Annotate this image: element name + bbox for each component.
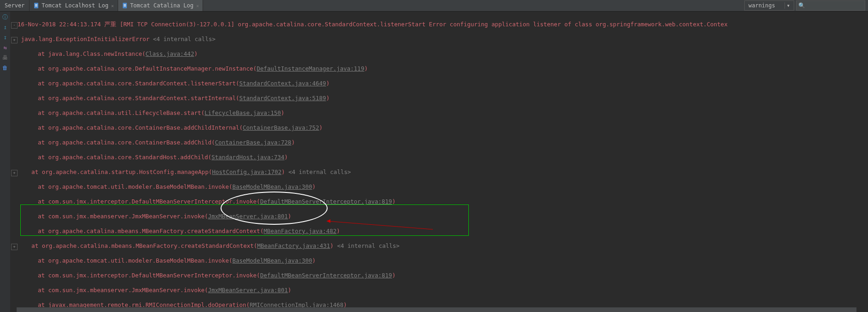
log-line: ) — [326, 80, 330, 87]
source-link[interactable]: JmxMBeanServer.java:801 — [208, 213, 288, 220]
log-line: 16-Nov-2018 22:44:13.174 严重 [RMI TCP Con… — [18, 21, 728, 28]
close-icon[interactable]: ✕ — [196, 3, 199, 8]
filter-dropdown[interactable]: warnings ▾ — [744, 0, 794, 11]
toolbar-right: warnings ▾ 🔍 — [744, 0, 868, 11]
log-line: at java.lang.Class.newInstance( — [38, 50, 145, 57]
source-link[interactable]: StandardContext.java:4649 — [239, 80, 326, 87]
log-line: at org.apache.catalina.core.ContainerBas… — [38, 124, 243, 131]
scroll-down-icon[interactable]: ↧ — [1, 34, 9, 41]
log-line: ) — [281, 109, 285, 116]
log-output[interactable]: -16-Nov-2018 22:44:13.174 严重 [RMI TCP Co… — [10, 12, 868, 312]
scroll-up-icon[interactable]: ↥ — [1, 24, 9, 31]
log-line: at org.apache.tomcat.util.modeler.BaseMo… — [38, 183, 232, 190]
log-line: at org.apache.catalina.core.DefaultInsta… — [38, 65, 257, 72]
source-link[interactable]: ContainerBase.java:752 — [243, 124, 319, 131]
fold-icon[interactable]: - — [11, 22, 18, 29]
log-line: at org.apache.catalina.core.StandardHost… — [38, 154, 211, 161]
log-line: ) — [288, 287, 292, 294]
log-line: ) — [336, 228, 340, 234]
close-icon[interactable]: ✕ — [111, 3, 114, 8]
info-icon[interactable]: ⓘ — [1, 13, 9, 21]
log-line: at org.apache.catalina.mbeans.MBeanFacto… — [38, 228, 263, 234]
tab-server[interactable]: Server — [0, 0, 30, 11]
source-link[interactable]: Class.java:442 — [145, 50, 194, 57]
source-link[interactable]: HostConfig.java:1702 — [212, 168, 281, 175]
print-icon[interactable]: 🖶 — [1, 54, 9, 61]
tab-catalina-log[interactable]: Tomcat Catalina Log ✕ — [118, 0, 203, 11]
tab-localhost-log[interactable]: Tomcat Localhost Log ✕ — [30, 0, 118, 11]
log-line: ) — [288, 213, 292, 220]
trash-icon[interactable]: 🗑 — [1, 64, 9, 72]
search-input[interactable]: 🔍 — [796, 0, 865, 11]
log-line: at org.apache.catalina.core.StandardCont… — [38, 80, 239, 87]
log-line: at org.apache.catalina.util.LifecycleBas… — [38, 109, 204, 116]
source-link[interactable]: BaseModelMBean.java:300 — [232, 183, 312, 190]
log-line: ) — [392, 272, 396, 279]
fold-icon[interactable]: + — [11, 244, 18, 250]
log-line: <4 internal calls> — [150, 36, 216, 42]
log-line: ) — [312, 183, 316, 190]
source-link[interactable]: ContainerBase.java:728 — [215, 139, 292, 146]
log-line: ) — [392, 198, 396, 205]
source-link[interactable]: MBeanFactory.java:482 — [263, 228, 336, 234]
search-icon: 🔍 — [798, 2, 805, 9]
svg-rect-3 — [35, 6, 37, 6]
scrollbar-thumb[interactable] — [17, 307, 856, 312]
log-line: ) — [326, 95, 330, 102]
source-link[interactable]: DefaultInstanceManager.java:119 — [257, 65, 364, 72]
log-line: at org.apache.tomcat.util.modeler.BaseMo… — [38, 257, 232, 264]
fold-icon[interactable]: + — [11, 37, 18, 43]
log-line: ) — [194, 50, 198, 57]
log-line: ) — [364, 65, 368, 72]
source-link[interactable]: MBeanFactory.java:431 — [257, 242, 330, 249]
log-line: ) — [291, 139, 295, 146]
log-line: ) — [281, 168, 285, 175]
log-line: <4 internal calls> — [285, 168, 351, 175]
log-line: at org.apache.catalina.mbeans.MBeanFacto… — [31, 242, 257, 249]
chevron-down-icon: ▾ — [785, 2, 792, 9]
dropdown-label: warnings — [747, 2, 785, 9]
log-line: <4 internal calls> — [334, 242, 400, 249]
log-line: at com.sun.jmx.interceptor.DefaultMBeanS… — [38, 272, 260, 279]
log-line: ) — [284, 154, 288, 161]
svg-rect-6 — [124, 5, 126, 6]
horizontal-scrollbar[interactable] — [10, 307, 868, 312]
file-icon — [122, 2, 128, 9]
source-link[interactable]: DefaultMBeanServerInterceptor.java:819 — [260, 198, 392, 205]
svg-rect-5 — [124, 4, 126, 5]
log-line: ) — [312, 257, 316, 264]
log-line: at com.sun.jmx.interceptor.DefaultMBeanS… — [38, 198, 260, 205]
svg-rect-2 — [35, 5, 37, 6]
source-link[interactable]: LifecycleBase.java:150 — [204, 109, 281, 116]
tab-label: Tomcat Localhost Log — [42, 2, 108, 9]
log-line: at com.sun.jmx.mbeanserver.JmxMBeanServe… — [38, 213, 208, 220]
source-link[interactable]: DefaultMBeanServerInterceptor.java:819 — [260, 272, 392, 279]
svg-rect-7 — [124, 6, 126, 6]
log-tabs-bar: Server Tomcat Localhost Log ✕ Tomcat Cat… — [0, 0, 868, 12]
log-line: ) — [330, 242, 334, 249]
svg-marker-9 — [327, 219, 330, 223]
log-line: at org.apache.catalina.startup.HostConfi… — [31, 168, 212, 175]
log-line: ) — [319, 124, 323, 131]
tab-label: Server — [5, 2, 24, 9]
fold-icon[interactable]: + — [11, 170, 18, 176]
log-line: at com.sun.jmx.mbeanserver.JmxMBeanServe… — [38, 287, 208, 294]
tab-label: Tomcat Catalina Log — [130, 2, 193, 9]
left-gutter: ⓘ ↥ ↧ ⇆ 🖶 🗑 — [0, 12, 10, 312]
source-link[interactable]: JmxMBeanServer.java:801 — [208, 287, 288, 294]
svg-rect-1 — [35, 4, 37, 5]
wrap-icon[interactable]: ⇆ — [1, 44, 9, 51]
source-link[interactable]: StandardHost.java:734 — [211, 154, 284, 161]
file-icon — [33, 2, 40, 9]
log-line: java.lang.ExceptionInInitializerError — [18, 36, 150, 42]
log-line: at org.apache.catalina.core.StandardCont… — [38, 95, 239, 102]
source-link[interactable]: StandardContext.java:5189 — [239, 95, 326, 102]
source-link[interactable]: BaseModelMBean.java:300 — [232, 257, 312, 264]
log-line: at org.apache.catalina.core.ContainerBas… — [38, 139, 215, 146]
